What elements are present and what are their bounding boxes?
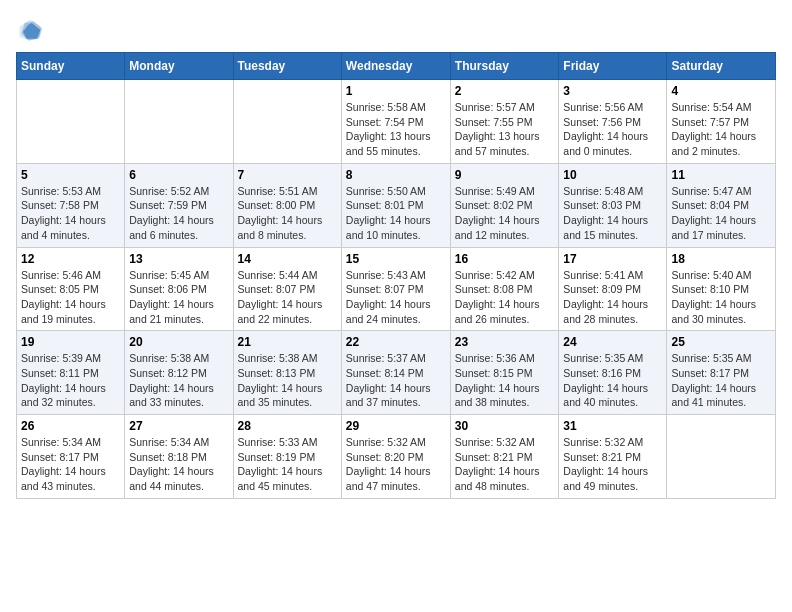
calendar-cell: 11Sunrise: 5:47 AMSunset: 8:04 PMDayligh… xyxy=(667,163,776,247)
day-info: Sunrise: 5:42 AMSunset: 8:08 PMDaylight:… xyxy=(455,268,555,327)
day-number: 27 xyxy=(129,419,228,433)
day-number: 29 xyxy=(346,419,446,433)
day-info: Sunrise: 5:34 AMSunset: 8:17 PMDaylight:… xyxy=(21,435,120,494)
day-header-friday: Friday xyxy=(559,53,667,80)
day-info: Sunrise: 5:32 AMSunset: 8:21 PMDaylight:… xyxy=(563,435,662,494)
calendar-week-5: 26Sunrise: 5:34 AMSunset: 8:17 PMDayligh… xyxy=(17,415,776,499)
day-info: Sunrise: 5:40 AMSunset: 8:10 PMDaylight:… xyxy=(671,268,771,327)
calendar-cell: 7Sunrise: 5:51 AMSunset: 8:00 PMDaylight… xyxy=(233,163,341,247)
calendar-cell: 9Sunrise: 5:49 AMSunset: 8:02 PMDaylight… xyxy=(450,163,559,247)
day-number: 19 xyxy=(21,335,120,349)
day-info: Sunrise: 5:35 AMSunset: 8:16 PMDaylight:… xyxy=(563,351,662,410)
day-number: 10 xyxy=(563,168,662,182)
day-number: 26 xyxy=(21,419,120,433)
calendar-cell: 12Sunrise: 5:46 AMSunset: 8:05 PMDayligh… xyxy=(17,247,125,331)
day-number: 18 xyxy=(671,252,771,266)
day-number: 14 xyxy=(238,252,337,266)
day-header-sunday: Sunday xyxy=(17,53,125,80)
calendar-cell: 15Sunrise: 5:43 AMSunset: 8:07 PMDayligh… xyxy=(341,247,450,331)
day-number: 1 xyxy=(346,84,446,98)
calendar-cell: 30Sunrise: 5:32 AMSunset: 8:21 PMDayligh… xyxy=(450,415,559,499)
calendar-cell: 21Sunrise: 5:38 AMSunset: 8:13 PMDayligh… xyxy=(233,331,341,415)
calendar-cell xyxy=(17,80,125,164)
calendar-cell xyxy=(667,415,776,499)
day-number: 17 xyxy=(563,252,662,266)
day-info: Sunrise: 5:36 AMSunset: 8:15 PMDaylight:… xyxy=(455,351,555,410)
day-number: 6 xyxy=(129,168,228,182)
day-info: Sunrise: 5:51 AMSunset: 8:00 PMDaylight:… xyxy=(238,184,337,243)
calendar-cell: 22Sunrise: 5:37 AMSunset: 8:14 PMDayligh… xyxy=(341,331,450,415)
day-info: Sunrise: 5:54 AMSunset: 7:57 PMDaylight:… xyxy=(671,100,771,159)
day-info: Sunrise: 5:45 AMSunset: 8:06 PMDaylight:… xyxy=(129,268,228,327)
day-info: Sunrise: 5:44 AMSunset: 8:07 PMDaylight:… xyxy=(238,268,337,327)
calendar-cell: 29Sunrise: 5:32 AMSunset: 8:20 PMDayligh… xyxy=(341,415,450,499)
day-info: Sunrise: 5:35 AMSunset: 8:17 PMDaylight:… xyxy=(671,351,771,410)
day-number: 12 xyxy=(21,252,120,266)
calendar-cell: 28Sunrise: 5:33 AMSunset: 8:19 PMDayligh… xyxy=(233,415,341,499)
page-header xyxy=(16,16,776,44)
day-number: 24 xyxy=(563,335,662,349)
calendar-week-4: 19Sunrise: 5:39 AMSunset: 8:11 PMDayligh… xyxy=(17,331,776,415)
day-info: Sunrise: 5:43 AMSunset: 8:07 PMDaylight:… xyxy=(346,268,446,327)
day-info: Sunrise: 5:57 AMSunset: 7:55 PMDaylight:… xyxy=(455,100,555,159)
day-number: 15 xyxy=(346,252,446,266)
day-info: Sunrise: 5:38 AMSunset: 8:13 PMDaylight:… xyxy=(238,351,337,410)
calendar-cell: 8Sunrise: 5:50 AMSunset: 8:01 PMDaylight… xyxy=(341,163,450,247)
calendar-cell: 14Sunrise: 5:44 AMSunset: 8:07 PMDayligh… xyxy=(233,247,341,331)
calendar-cell: 5Sunrise: 5:53 AMSunset: 7:58 PMDaylight… xyxy=(17,163,125,247)
calendar-cell: 2Sunrise: 5:57 AMSunset: 7:55 PMDaylight… xyxy=(450,80,559,164)
calendar-cell xyxy=(233,80,341,164)
day-number: 7 xyxy=(238,168,337,182)
day-info: Sunrise: 5:32 AMSunset: 8:21 PMDaylight:… xyxy=(455,435,555,494)
day-number: 8 xyxy=(346,168,446,182)
calendar-week-1: 1Sunrise: 5:58 AMSunset: 7:54 PMDaylight… xyxy=(17,80,776,164)
day-info: Sunrise: 5:32 AMSunset: 8:20 PMDaylight:… xyxy=(346,435,446,494)
day-info: Sunrise: 5:49 AMSunset: 8:02 PMDaylight:… xyxy=(455,184,555,243)
day-info: Sunrise: 5:37 AMSunset: 8:14 PMDaylight:… xyxy=(346,351,446,410)
day-info: Sunrise: 5:33 AMSunset: 8:19 PMDaylight:… xyxy=(238,435,337,494)
calendar-cell: 31Sunrise: 5:32 AMSunset: 8:21 PMDayligh… xyxy=(559,415,667,499)
day-header-thursday: Thursday xyxy=(450,53,559,80)
day-header-monday: Monday xyxy=(125,53,233,80)
day-info: Sunrise: 5:38 AMSunset: 8:12 PMDaylight:… xyxy=(129,351,228,410)
day-number: 4 xyxy=(671,84,771,98)
day-header-tuesday: Tuesday xyxy=(233,53,341,80)
calendar-cell: 10Sunrise: 5:48 AMSunset: 8:03 PMDayligh… xyxy=(559,163,667,247)
calendar-week-3: 12Sunrise: 5:46 AMSunset: 8:05 PMDayligh… xyxy=(17,247,776,331)
calendar: SundayMondayTuesdayWednesdayThursdayFrid… xyxy=(16,52,776,499)
calendar-cell: 24Sunrise: 5:35 AMSunset: 8:16 PMDayligh… xyxy=(559,331,667,415)
day-number: 2 xyxy=(455,84,555,98)
calendar-cell: 1Sunrise: 5:58 AMSunset: 7:54 PMDaylight… xyxy=(341,80,450,164)
day-header-wednesday: Wednesday xyxy=(341,53,450,80)
day-info: Sunrise: 5:53 AMSunset: 7:58 PMDaylight:… xyxy=(21,184,120,243)
calendar-cell: 6Sunrise: 5:52 AMSunset: 7:59 PMDaylight… xyxy=(125,163,233,247)
day-number: 20 xyxy=(129,335,228,349)
day-number: 22 xyxy=(346,335,446,349)
day-info: Sunrise: 5:52 AMSunset: 7:59 PMDaylight:… xyxy=(129,184,228,243)
calendar-cell: 13Sunrise: 5:45 AMSunset: 8:06 PMDayligh… xyxy=(125,247,233,331)
calendar-cell: 25Sunrise: 5:35 AMSunset: 8:17 PMDayligh… xyxy=(667,331,776,415)
day-info: Sunrise: 5:39 AMSunset: 8:11 PMDaylight:… xyxy=(21,351,120,410)
day-number: 16 xyxy=(455,252,555,266)
day-number: 11 xyxy=(671,168,771,182)
day-info: Sunrise: 5:50 AMSunset: 8:01 PMDaylight:… xyxy=(346,184,446,243)
day-info: Sunrise: 5:48 AMSunset: 8:03 PMDaylight:… xyxy=(563,184,662,243)
day-header-saturday: Saturday xyxy=(667,53,776,80)
day-number: 28 xyxy=(238,419,337,433)
calendar-cell: 26Sunrise: 5:34 AMSunset: 8:17 PMDayligh… xyxy=(17,415,125,499)
day-info: Sunrise: 5:46 AMSunset: 8:05 PMDaylight:… xyxy=(21,268,120,327)
logo xyxy=(16,16,48,44)
calendar-cell: 16Sunrise: 5:42 AMSunset: 8:08 PMDayligh… xyxy=(450,247,559,331)
day-number: 13 xyxy=(129,252,228,266)
day-number: 21 xyxy=(238,335,337,349)
calendar-cell: 17Sunrise: 5:41 AMSunset: 8:09 PMDayligh… xyxy=(559,247,667,331)
day-number: 9 xyxy=(455,168,555,182)
day-number: 3 xyxy=(563,84,662,98)
calendar-cell: 19Sunrise: 5:39 AMSunset: 8:11 PMDayligh… xyxy=(17,331,125,415)
calendar-cell xyxy=(125,80,233,164)
day-number: 31 xyxy=(563,419,662,433)
calendar-week-2: 5Sunrise: 5:53 AMSunset: 7:58 PMDaylight… xyxy=(17,163,776,247)
calendar-cell: 23Sunrise: 5:36 AMSunset: 8:15 PMDayligh… xyxy=(450,331,559,415)
day-info: Sunrise: 5:41 AMSunset: 8:09 PMDaylight:… xyxy=(563,268,662,327)
day-number: 30 xyxy=(455,419,555,433)
